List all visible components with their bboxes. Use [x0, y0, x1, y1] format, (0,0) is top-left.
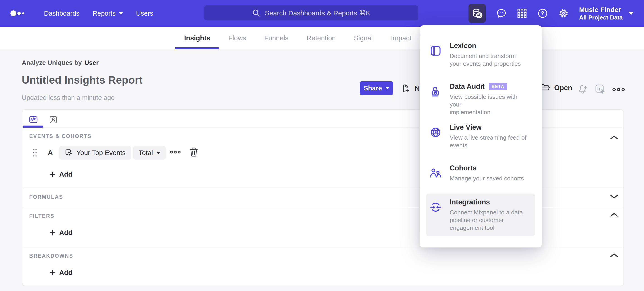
integrations-sync-icon	[430, 201, 442, 232]
add-event-button[interactable]: Add	[50, 170, 72, 178]
menu-item-cohorts[interactable]: Cohorts Manage your saved cohorts	[426, 160, 535, 187]
menu-item-lexicon[interactable]: Lexicon Document and transform your even…	[426, 37, 535, 72]
drag-handle-dots-icon	[32, 148, 38, 158]
chevron-up-icon	[610, 135, 618, 140]
event-selector-pill[interactable]: Your Top Events	[59, 146, 131, 160]
active-card-tab-underline	[23, 126, 43, 128]
settings-button[interactable]	[558, 8, 569, 18]
updated-timestamp: Updated less than a minute ago	[22, 94, 115, 101]
drag-handle[interactable]	[32, 148, 38, 159]
tab-label: Signal	[354, 34, 373, 42]
tab-flows[interactable]: Flows	[219, 27, 255, 49]
insights-pulse-icon	[29, 115, 38, 124]
collapse-breakdowns-chevron[interactable]	[610, 253, 618, 258]
tab-insights[interactable]: Insights	[175, 27, 219, 49]
chevron-down-icon	[386, 87, 389, 89]
page-title: Untitled Insights Report	[22, 74, 143, 86]
formulas-section-label: FORMULAS	[29, 194, 63, 200]
collapse-filters-chevron[interactable]	[610, 212, 618, 218]
apps-grid-button[interactable]	[517, 8, 527, 18]
event-name: Your Top Events	[76, 149, 126, 157]
share-label: Share	[364, 84, 382, 92]
menu-item-description: Connect Mixpanel to a data pipeline or c…	[450, 209, 523, 232]
file-plus-icon	[400, 83, 411, 94]
chevron-down-icon	[119, 12, 123, 15]
breadcrumb: Analyze Uniques byUser	[22, 59, 99, 66]
more-actions-button[interactable]	[612, 87, 625, 92]
menu-item-integrations[interactable]: Integrations Connect Mixpanel to a data …	[426, 194, 535, 236]
add-label: Add	[59, 269, 72, 277]
tab-signal[interactable]: Signal	[345, 27, 382, 49]
question-circle-icon: ?	[538, 8, 548, 18]
add-to-board-button[interactable]	[594, 84, 606, 94]
delete-event-row-button[interactable]	[189, 147, 198, 158]
feedback-button[interactable]	[496, 8, 506, 18]
event-row-more-button[interactable]	[170, 150, 181, 155]
grid-icon	[517, 8, 527, 18]
menu-item-live-view[interactable]: Live View View a live streaming feed of …	[426, 119, 535, 154]
event-cursor-icon	[65, 149, 73, 157]
nav-item-dashboards[interactable]: Dashboards	[44, 10, 79, 17]
nav-item-label: Reports	[92, 10, 116, 17]
bell-plus-icon	[578, 84, 589, 94]
alerts-button[interactable]	[578, 84, 589, 94]
nav-item-label: Users	[136, 10, 153, 17]
add-label: Add	[59, 229, 72, 237]
tab-impact[interactable]: Impact	[382, 27, 420, 49]
tab-label: Funnels	[264, 34, 288, 42]
tab-funnels[interactable]: Funnels	[255, 27, 298, 49]
caret-down-icon	[156, 152, 160, 154]
menu-item-title: Integrations	[450, 198, 523, 206]
expand-formulas-chevron[interactable]	[610, 194, 618, 199]
primary-nav: Dashboards Reports Users	[44, 10, 153, 17]
nav-item-label: Dashboards	[44, 10, 79, 17]
beta-badge: BETA	[489, 83, 507, 90]
filters-section-label: FILTERS	[29, 213, 54, 219]
add-breakdown-button[interactable]: Add	[50, 269, 72, 277]
tab-label: Retention	[306, 34, 336, 42]
search-placeholder: Search Dashboards & Reports ⌘K	[265, 9, 370, 17]
search-input[interactable]: Search Dashboards & Reports ⌘K	[204, 5, 418, 20]
project-name: Music Finder	[579, 6, 623, 14]
chat-bubble-icon	[496, 8, 506, 18]
tab-label: Flows	[228, 34, 246, 42]
event-row-letter: A	[48, 149, 53, 156]
svg-text:?: ?	[541, 10, 544, 16]
project-scope: All Project Data	[579, 14, 623, 21]
open-report-button[interactable]: Open	[540, 82, 572, 93]
breadcrumb-value: User	[84, 59, 99, 66]
nav-item-reports[interactable]: Reports	[92, 10, 123, 17]
aggregation-selector-pill[interactable]: Total	[133, 146, 166, 160]
gear-icon	[558, 8, 569, 18]
menu-item-title: Cohorts	[450, 164, 524, 172]
share-button[interactable]: Share	[360, 81, 393, 95]
data-audit-lock-icon	[430, 86, 442, 116]
help-button[interactable]: ?	[538, 8, 548, 18]
tab-label: Insights	[184, 34, 210, 42]
database-gear-icon	[472, 8, 482, 19]
project-selector[interactable]: Music Finder All Project Data	[579, 6, 634, 21]
top-nav: Dashboards Reports Users Search Dashboar…	[0, 0, 644, 27]
cohorts-people-icon	[430, 167, 442, 182]
events-section-label: EVENTS & COHORTS	[29, 133, 92, 139]
lexicon-book-icon	[430, 45, 442, 67]
tab-retention[interactable]: Retention	[298, 27, 345, 49]
card-tab-profiles[interactable]	[48, 115, 58, 125]
add-label: Add	[59, 170, 72, 178]
menu-item-data-audit[interactable]: Data Audit BETA View possible issues wit…	[426, 78, 535, 121]
collapse-events-chevron[interactable]	[610, 135, 618, 140]
report-tabbar: Insights Flows Funnels Retention Signal …	[0, 27, 644, 49]
plus-icon	[50, 270, 56, 276]
mixpanel-logo-icon[interactable]	[10, 9, 29, 18]
menu-item-description: View a live streaming feed of events	[450, 134, 526, 149]
chart-board-plus-icon	[594, 84, 606, 94]
card-tab-events[interactable]	[28, 115, 38, 125]
tab-label: Impact	[391, 34, 411, 42]
add-filter-button[interactable]: Add	[50, 229, 72, 237]
trash-icon	[189, 147, 198, 157]
data-management-button[interactable]	[468, 4, 486, 23]
nav-item-users[interactable]: Users	[136, 10, 153, 17]
insights-page: Analyze Uniques byUser Untitled Insights…	[0, 49, 644, 291]
menu-item-description: Document and transform your events and p…	[450, 52, 521, 67]
menu-item-description: View possible issues with your implement…	[450, 93, 530, 116]
